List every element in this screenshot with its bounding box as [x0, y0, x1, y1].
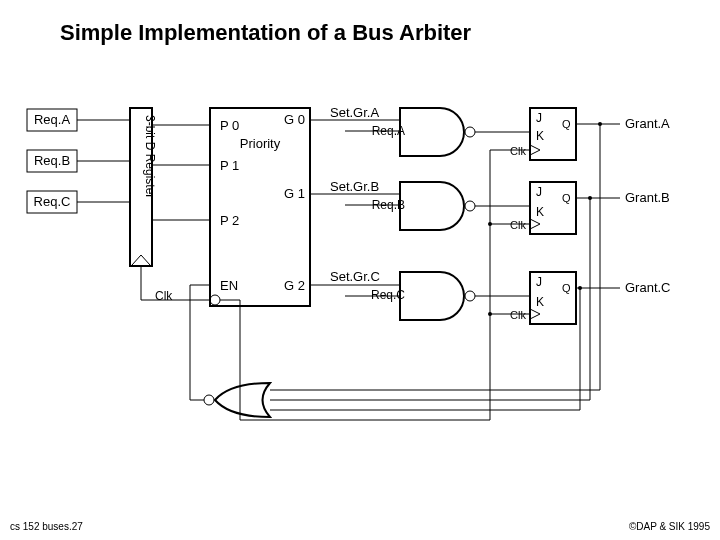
- svg-text:Clk: Clk: [510, 219, 526, 231]
- svg-text:J: J: [536, 185, 542, 199]
- setB: Set.Gr.B: [330, 179, 379, 194]
- setA: Set.Gr.A: [330, 105, 379, 120]
- priority-label: Priority: [240, 136, 281, 151]
- svg-point-16: [465, 127, 475, 137]
- svg-point-62: [204, 395, 214, 405]
- jk-ff-a: J K Q Clk: [510, 108, 576, 160]
- setC: Set.Gr.C: [330, 269, 380, 284]
- grantB: Grant.B: [625, 190, 670, 205]
- svg-point-59: [488, 222, 492, 226]
- reqC-label: Req.C: [34, 194, 71, 209]
- svg-text:K: K: [536, 205, 544, 219]
- nor-gate: [204, 383, 270, 417]
- svg-text:J: J: [536, 275, 542, 289]
- svg-text:Q: Q: [562, 282, 571, 294]
- svg-point-49: [588, 196, 592, 200]
- reqC-inner: Req.C: [371, 288, 405, 302]
- register-label: 3-bit D Register: [143, 115, 157, 198]
- g1: G 1: [284, 186, 305, 201]
- svg-point-24: [465, 291, 475, 301]
- grantA: Grant.A: [625, 116, 670, 131]
- jk-ff-c: J Q K Clk: [510, 272, 576, 324]
- svg-text:Q: Q: [562, 192, 571, 204]
- grantC: Grant.C: [625, 280, 671, 295]
- reqA-label: Req.A: [34, 112, 70, 127]
- and-gate-a: [400, 108, 475, 156]
- jk-ff-b: J Q K Clk: [510, 182, 576, 234]
- svg-text:Q: Q: [562, 118, 571, 130]
- svg-point-9: [210, 295, 220, 305]
- svg-text:Clk: Clk: [510, 145, 526, 157]
- svg-point-47: [598, 122, 602, 126]
- and-gate-c: [400, 272, 475, 320]
- g0: G 0: [284, 112, 305, 127]
- svg-text:K: K: [536, 295, 544, 309]
- svg-point-61: [488, 312, 492, 316]
- svg-text:K: K: [536, 129, 544, 143]
- svg-text:J: J: [536, 111, 542, 125]
- g2: G 2: [284, 278, 305, 293]
- en: EN: [220, 278, 238, 293]
- and-gate-b: [400, 182, 475, 230]
- svg-text:Clk: Clk: [510, 309, 526, 321]
- reqB-label: Req.B: [34, 153, 70, 168]
- p0: P 0: [220, 118, 239, 133]
- p2: P 2: [220, 213, 239, 228]
- diagram-svg: Req.A Req.B Req.C 3-bit D Register Clk P…: [0, 0, 720, 540]
- svg-point-51: [578, 286, 582, 290]
- clk-label: Clk: [155, 289, 173, 303]
- p1: P 1: [220, 158, 239, 173]
- svg-point-20: [465, 201, 475, 211]
